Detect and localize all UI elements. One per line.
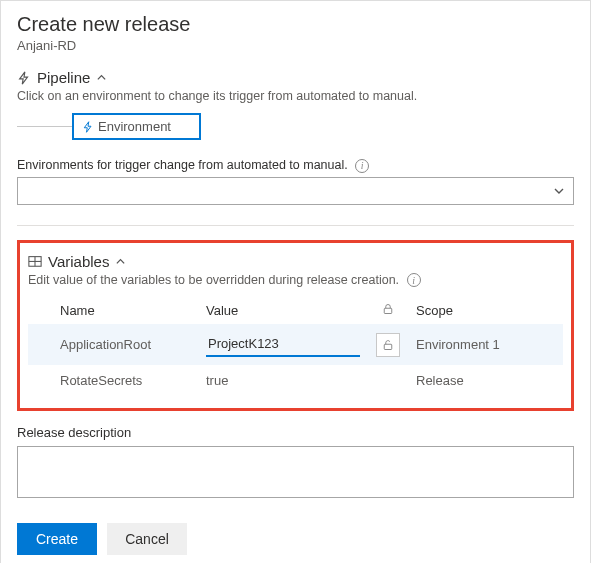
environments-dropdown[interactable] (17, 177, 574, 205)
info-icon[interactable]: i (407, 273, 421, 287)
svg-rect-3 (384, 309, 392, 314)
description-label: Release description (17, 425, 574, 440)
pipeline-section-toggle[interactable]: Pipeline (17, 69, 574, 86)
lightning-icon (17, 71, 31, 85)
divider (17, 225, 574, 226)
button-row: Create Cancel (17, 523, 574, 555)
variables-label: Variables (48, 253, 109, 270)
lightning-icon (82, 121, 94, 133)
lock-button[interactable] (376, 333, 400, 357)
table-row[interactable]: RotateSecrets true Release (28, 365, 563, 396)
create-button[interactable]: Create (17, 523, 97, 555)
unlock-icon (382, 339, 394, 351)
grid-icon (28, 254, 42, 268)
table-row[interactable]: ApplicationRoot Environment 1 (28, 324, 563, 365)
chevron-down-icon (553, 185, 565, 197)
chevron-up-icon (115, 256, 126, 267)
environment-stage[interactable]: Environment (72, 113, 201, 140)
variable-value-input[interactable] (206, 332, 360, 357)
pipeline-hint: Click on an environment to change its tr… (17, 89, 574, 103)
col-scope: Scope (408, 297, 563, 324)
description-textarea[interactable] (17, 446, 574, 498)
environments-label: Environments for trigger change from aut… (17, 158, 574, 173)
variable-scope: Release (408, 365, 563, 396)
variable-scope: Environment 1 (408, 324, 563, 365)
pipeline-label: Pipeline (37, 69, 90, 86)
svg-rect-4 (384, 344, 392, 349)
col-name: Name (28, 297, 198, 324)
environment-stage-label: Environment (98, 119, 171, 134)
page-title: Create new release (17, 13, 574, 36)
release-definition-name: Anjani-RD (17, 38, 574, 53)
pipeline-connector (17, 126, 72, 127)
variable-name: RotateSecrets (28, 365, 198, 396)
col-lock (368, 297, 408, 324)
variables-section-toggle[interactable]: Variables (28, 253, 563, 270)
variables-table: Name Value Scope ApplicationRoot (28, 297, 563, 396)
pipeline-diagram: Environment (17, 113, 574, 140)
lock-icon (382, 303, 394, 315)
variable-name: ApplicationRoot (28, 324, 198, 365)
table-header-row: Name Value Scope (28, 297, 563, 324)
variables-highlight: Variables Edit value of the variables to… (17, 240, 574, 412)
variables-hint: Edit value of the variables to be overri… (28, 273, 563, 288)
chevron-up-icon (96, 72, 107, 83)
info-icon[interactable]: i (355, 159, 369, 173)
variable-value: true (198, 365, 368, 396)
col-value: Value (198, 297, 368, 324)
cancel-button[interactable]: Cancel (107, 523, 187, 555)
